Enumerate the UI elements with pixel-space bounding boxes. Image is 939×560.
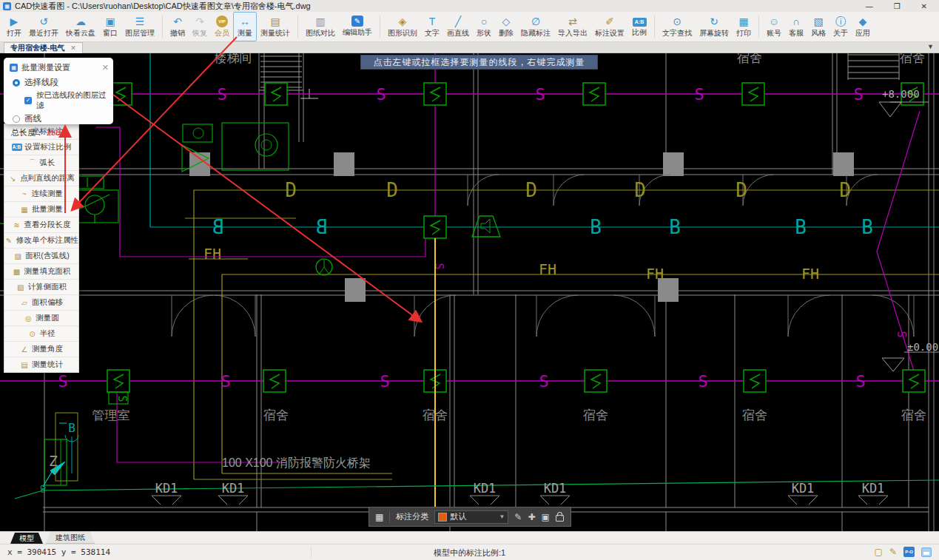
measure-angle-icon: ∠ bbox=[20, 345, 29, 354]
maximize-button[interactable]: ❐ bbox=[894, 2, 901, 10]
toolbar-item-style[interactable]: ▧风格 bbox=[807, 12, 829, 41]
checkbox-layer-filter[interactable]: ✓ 按已选线段的图层过滤 bbox=[4, 88, 113, 111]
toolbar-item-cloud-drive[interactable]: ☁快看云盘 bbox=[62, 12, 99, 41]
toolbar-item-import-export[interactable]: ⇄导入导出 bbox=[554, 12, 591, 41]
toolbar-item-print[interactable]: ▦打印 bbox=[733, 12, 755, 41]
level-triangle[interactable] bbox=[882, 358, 904, 371]
sidebar-item-batch-measure[interactable]: ▦批量测量 bbox=[4, 201, 78, 217]
door-swing-arc[interactable] bbox=[536, 295, 578, 337]
kd1-leader bbox=[218, 496, 227, 505]
door-swing-arc[interactable] bbox=[214, 295, 255, 337]
toolbar-item-shape-recognition[interactable]: ◈图形识别 bbox=[384, 12, 421, 41]
sidebar-item-measure-angle[interactable]: ∠测量角度 bbox=[4, 341, 78, 357]
smoke-branch[interactable] bbox=[117, 381, 285, 462]
tab-model[interactable]: 模型 bbox=[10, 533, 43, 544]
toolbar-item-vip-member[interactable]: VIP会员 bbox=[211, 12, 233, 41]
toolbar-item-recent-open[interactable]: ↺最近打开 bbox=[25, 12, 62, 41]
sidebar-item-set-annotation-scale[interactable]: A:B设置标注比例 bbox=[4, 139, 78, 155]
sidebar-item-radius[interactable]: ⊙半径 bbox=[4, 325, 78, 341]
delete-icon: ◇ bbox=[502, 16, 511, 27]
toolbar-item-delete[interactable]: ◇删除 bbox=[495, 12, 517, 41]
smoke-branch[interactable] bbox=[120, 127, 425, 257]
total-length-value: 2987 bbox=[47, 128, 64, 137]
toolbar-item-hide-annotations[interactable]: ∅隐藏标注 bbox=[517, 12, 554, 41]
sidebar-item-view-segment-length[interactable]: ≋查看分段长度 bbox=[4, 217, 78, 232]
radio-select-segment[interactable]: 选择线段 bbox=[4, 75, 113, 88]
fixture[interactable] bbox=[183, 124, 212, 142]
tab-architectural-drawing[interactable]: 建筑图纸 bbox=[46, 531, 95, 544]
sidebar-item-area-offset[interactable]: ▱面积偏移 bbox=[4, 294, 78, 310]
toolbar-item-apps[interactable]: ◆应用 bbox=[852, 12, 874, 41]
canvas-text: FH bbox=[539, 260, 556, 278]
toolbar-item-screen-rotate[interactable]: ↻屏幕旋转 bbox=[696, 12, 733, 41]
toolbar-item-about[interactable]: ⓘ关于 bbox=[829, 12, 852, 41]
toolbar-item-drawing-compare[interactable]: ▥图纸对比 bbox=[302, 12, 339, 41]
document-tab[interactable]: 专用宿舍楼-电气 ✕ bbox=[4, 42, 83, 53]
level-triangle[interactable] bbox=[879, 102, 901, 117]
toolbar-item-open[interactable]: ▶打开 bbox=[3, 12, 25, 41]
toolbar-item-scale[interactable]: A:B比例 bbox=[628, 12, 650, 41]
toolbar-collapse-icon[interactable]: ▼ bbox=[927, 43, 934, 50]
sidebar-item-modify-single-annotation[interactable]: ✎修改单个标注属性 bbox=[4, 232, 78, 248]
move-annotation-icon[interactable]: ✚ bbox=[528, 512, 535, 522]
canvas-text: KD1 bbox=[862, 481, 885, 496]
toolbar-item-account[interactable]: ☺账号 bbox=[763, 12, 785, 41]
radio-on-icon[interactable] bbox=[13, 79, 20, 87]
drawing-canvas[interactable]: BBBBBBDDDDDDFHFHFHFHSSSSSSSSSSSSSSSZB宿舍宿… bbox=[0, 53, 939, 531]
sidebar-item-side-area[interactable]: ▧计算侧面积 bbox=[4, 279, 78, 294]
radio-draw-line[interactable]: 画线 bbox=[4, 111, 113, 124]
toolbar-item-measure-stats[interactable]: ▤测量统计 bbox=[257, 12, 294, 41]
speaker-glyph[interactable] bbox=[481, 219, 490, 233]
classify-dropdown[interactable]: 默认 ▼ bbox=[434, 510, 508, 524]
toolbar-item-undo[interactable]: ↶撤销 bbox=[166, 12, 189, 41]
copy-annotation-icon[interactable]: ▣ bbox=[541, 512, 549, 522]
sidebar-item-measure-statistics[interactable]: ▤测量统计 bbox=[4, 357, 78, 372]
modify-single-annotation-label: 修改单个标注属性 bbox=[16, 235, 78, 246]
door-swing-arc[interactable] bbox=[613, 295, 655, 337]
toolbar-item-edit-assistant[interactable]: ✎编辑助手 bbox=[339, 12, 376, 41]
sidebar-item-measure-fill-area[interactable]: ▩测量填充面积 bbox=[4, 263, 78, 279]
fixture-glyph[interactable] bbox=[319, 259, 329, 274]
door-swing-arc[interactable] bbox=[788, 295, 829, 337]
toolbar-item-shapes[interactable]: ○形状 bbox=[473, 12, 495, 41]
toolbar-item-redo[interactable]: ↷恢复 bbox=[189, 12, 211, 41]
close-button[interactable]: ✕ bbox=[921, 2, 927, 10]
cable-tray-line[interactable] bbox=[15, 490, 43, 499]
edit-annotation-icon[interactable]: ✎ bbox=[514, 512, 522, 522]
speaker-symbol[interactable] bbox=[472, 216, 500, 237]
toolbar-separator bbox=[654, 16, 655, 38]
shapes-icon: ○ bbox=[481, 16, 487, 27]
radio-off-icon[interactable] bbox=[13, 115, 20, 123]
toolbar-item-window[interactable]: ▣窗口 bbox=[99, 12, 121, 41]
sidebar-item-area-with-arc[interactable]: ▨面积(含弧线) bbox=[4, 248, 78, 263]
toolbar-item-annotation-settings[interactable]: ✐标注设置 bbox=[591, 12, 628, 41]
sidebar-item-continuous-measure[interactable]: ~连续测量 bbox=[4, 186, 78, 201]
grid-icon[interactable]: ▦ bbox=[375, 512, 383, 522]
panel-toggle-icon[interactable] bbox=[921, 547, 932, 557]
quick-save-icon[interactable]: ▢ bbox=[875, 547, 883, 557]
toolbar-item-text-tool[interactable]: T文字 bbox=[421, 12, 443, 41]
sidebar-item-measure-circle[interactable]: ◎测量圆 bbox=[4, 310, 78, 325]
toolbar-item-measure[interactable]: ↔测量 bbox=[233, 12, 257, 41]
detector-circuit-line[interactable] bbox=[194, 190, 939, 479]
po-mode-icon[interactable]: P-O bbox=[903, 547, 915, 557]
toolbar-item-layer-manager[interactable]: ☰图层管理 bbox=[121, 12, 158, 41]
total-length-row: 总长度：2987 bbox=[4, 124, 113, 138]
toolbar-item-text-search[interactable]: ⊙文字查找 bbox=[659, 12, 696, 41]
dialog-close-icon[interactable]: ✕ bbox=[102, 63, 109, 72]
lock-annotation-icon[interactable] bbox=[556, 515, 564, 522]
quick-annotate-icon[interactable]: ✎ bbox=[889, 547, 897, 557]
tab-close-icon[interactable]: ✕ bbox=[70, 44, 76, 52]
sidebar-item-point-to-line-distance[interactable]: ↘点到直线的距离 bbox=[4, 170, 78, 186]
minimize-button[interactable]: — bbox=[866, 2, 873, 10]
sidebar-item-arc-length[interactable]: ⌒弧长 bbox=[4, 155, 78, 170]
toolbar-item-customer-service[interactable]: ∩客服 bbox=[785, 12, 807, 41]
drawing-area[interactable]: BBBBBBDDDDDDFHFHFHFHSSSSSSSSSSSSSSSZB宿舍宿… bbox=[0, 53, 939, 531]
toolbar-item-draw-line[interactable]: ╱画直线 bbox=[443, 12, 473, 41]
fh-circuit-line[interactable] bbox=[222, 274, 939, 473]
toolbar-separator bbox=[758, 16, 759, 38]
kd1-leader bbox=[879, 496, 888, 505]
checkbox-checked-icon[interactable]: ✓ bbox=[24, 97, 32, 104]
document-tab-bar: 专用宿舍楼-电气 ✕ ▼ bbox=[0, 42, 939, 53]
door-swing-arc[interactable] bbox=[172, 295, 213, 337]
